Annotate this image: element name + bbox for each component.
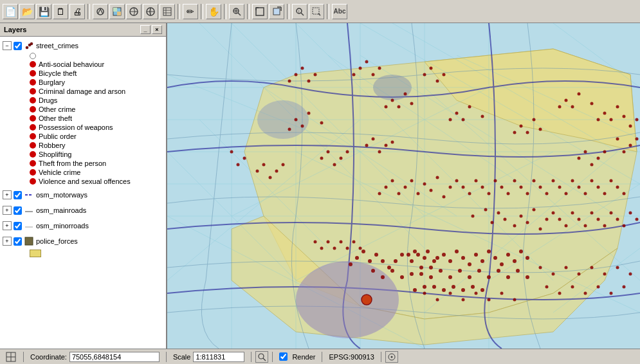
- svg-point-249: [578, 273, 581, 276]
- add-wfs-button[interactable]: [143, 4, 158, 19]
- svg-point-283: [372, 73, 375, 77]
- svg-point-226: [333, 163, 336, 167]
- svg-point-250: [590, 266, 594, 269]
- minorroads-checkbox[interactable]: [14, 222, 22, 230]
- zoom-full-button[interactable]: [252, 4, 268, 19]
- select-button[interactable]: [309, 4, 324, 19]
- zoom-layer-button[interactable]: [269, 4, 284, 19]
- svg-point-211: [359, 247, 362, 250]
- add-wms-button[interactable]: [126, 4, 142, 19]
- svg-point-295: [504, 218, 507, 221]
- svg-point-221: [269, 176, 272, 179]
- digitize-button[interactable]: ✏: [183, 4, 198, 19]
- expand-mainroads-button[interactable]: +: [3, 206, 12, 215]
- svg-point-265: [475, 292, 478, 295]
- svg-point-224: [327, 150, 330, 154]
- svg-point-153: [436, 176, 439, 179]
- svg-point-116: [497, 269, 500, 273]
- expand-motorways-button[interactable]: +: [3, 190, 12, 199]
- expand-street-crimes-button[interactable]: −: [3, 41, 12, 50]
- expand-police-button[interactable]: +: [3, 237, 12, 246]
- layer-group-minorroads-header[interactable]: + osm_minorroads: [0, 219, 166, 232]
- svg-point-93: [487, 250, 491, 253]
- coordinate-input[interactable]: [69, 352, 160, 362]
- svg-point-131: [468, 105, 471, 109]
- render-checkbox[interactable]: [279, 352, 288, 361]
- legend-vehicle-crime-label: Vehicle crime: [39, 168, 80, 176]
- open-project-button[interactable]: 📂: [19, 4, 35, 19]
- svg-point-217: [320, 247, 324, 250]
- svg-point-274: [480, 288, 484, 292]
- svg-point-135: [520, 125, 523, 128]
- map-canvas[interactable]: [167, 23, 640, 349]
- svg-point-137: [526, 131, 529, 134]
- svg-point-89: [374, 253, 378, 257]
- svg-point-293: [491, 221, 494, 224]
- svg-point-231: [378, 150, 381, 154]
- svg-point-237: [584, 150, 587, 154]
- layers-close-button[interactable]: ×: [152, 25, 162, 34]
- scale-input[interactable]: [193, 352, 244, 362]
- new-project-button[interactable]: 📄: [3, 4, 18, 19]
- motorways-checkbox[interactable]: [14, 191, 22, 199]
- street-crimes-checkbox[interactable]: [14, 42, 22, 50]
- add-vector-button[interactable]: [93, 4, 108, 19]
- minorroads-label: osm_minorroads: [36, 222, 89, 230]
- motorways-icon: [24, 190, 34, 200]
- legend-police-fill-icon: [30, 250, 41, 257]
- save-as-button[interactable]: 🗒: [53, 4, 68, 19]
- magnifier-button[interactable]: [255, 351, 268, 363]
- abc-button[interactable]: Abc: [332, 4, 347, 19]
- svg-point-170: [494, 179, 497, 183]
- main-area: Layers _ × −: [0, 23, 640, 349]
- expand-minorroads-button[interactable]: +: [3, 221, 12, 230]
- zoom-in-button[interactable]: [229, 4, 244, 19]
- police-checkbox[interactable]: [14, 237, 22, 246]
- add-raster-button[interactable]: [109, 4, 125, 19]
- add-delimited-button[interactable]: [160, 4, 175, 19]
- svg-point-263: [449, 292, 452, 295]
- legend-drugs-label: Drugs: [39, 96, 57, 104]
- save-project-button[interactable]: 💾: [36, 4, 51, 19]
- layer-group-mainroads-header[interactable]: + osm_mainroads: [0, 204, 166, 217]
- svg-point-275: [423, 285, 426, 289]
- svg-point-106: [448, 275, 452, 279]
- svg-point-212: [352, 241, 356, 244]
- legend-drugs-icon: [30, 97, 36, 104]
- legend-bicycle-icon: [30, 70, 36, 77]
- svg-point-267: [500, 292, 504, 295]
- legend-other-theft-label: Other theft: [39, 114, 72, 122]
- svg-point-204: [597, 218, 600, 221]
- layer-group-mainroads: + osm_mainroads: [0, 203, 166, 218]
- map-area[interactable]: [167, 23, 640, 349]
- svg-point-130: [455, 112, 459, 115]
- legend-criminal-damage-label: Criminal damage and arson: [39, 87, 125, 95]
- pan-button[interactable]: ✋: [206, 4, 221, 19]
- svg-point-172: [507, 192, 510, 196]
- svg-point-74: [419, 266, 423, 269]
- layer-group-motorways-header[interactable]: + osm_motorways: [0, 188, 166, 201]
- svg-point-111: [390, 269, 394, 273]
- legend-theft-person-icon: [30, 160, 36, 167]
- svg-point-179: [552, 179, 555, 183]
- print-button[interactable]: 🖨: [69, 4, 85, 19]
- svg-point-71: [426, 250, 430, 253]
- svg-point-157: [443, 196, 446, 199]
- urban-north-2: [373, 75, 412, 100]
- svg-point-107: [458, 269, 462, 273]
- layers-minimize-button[interactable]: _: [140, 25, 151, 34]
- identify-button[interactable]: i: [292, 4, 307, 19]
- crs-button[interactable]: [385, 351, 398, 363]
- svg-point-239: [590, 163, 594, 167]
- svg-point-196: [539, 228, 542, 231]
- legend-public-order-label: Public order: [39, 132, 77, 140]
- legend-robbery: Robbery: [30, 141, 166, 150]
- layer-group-police-header[interactable]: + police_forces: [0, 235, 166, 248]
- svg-rect-28: [313, 8, 319, 14]
- mainroads-checkbox[interactable]: [14, 206, 22, 215]
- svg-point-92: [480, 259, 484, 263]
- svg-point-83: [461, 256, 465, 260]
- svg-point-82: [455, 250, 459, 253]
- minorroads-icon: [24, 221, 34, 231]
- layer-group-street-crimes-header[interactable]: − street_crimes: [0, 39, 166, 52]
